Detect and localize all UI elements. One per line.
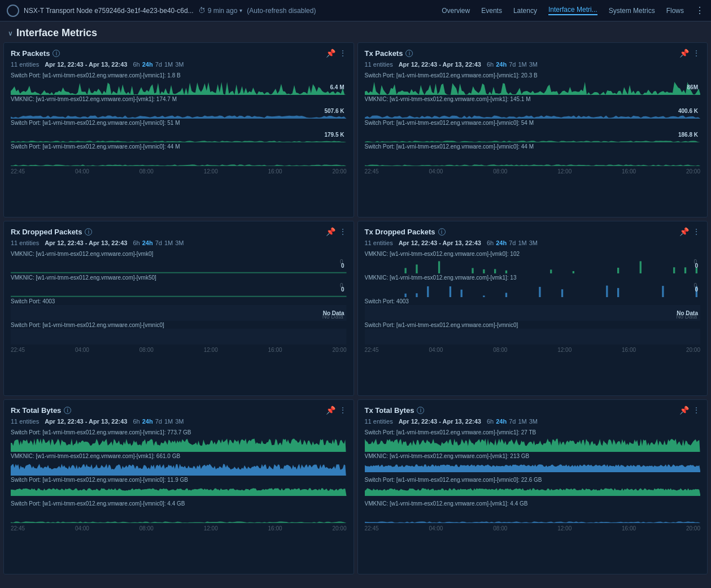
info-icon[interactable]: i <box>405 50 413 57</box>
svg-rect-5 <box>416 264 417 273</box>
series-value-0: 0 <box>341 263 344 269</box>
time-filter-7d[interactable]: 7d <box>155 61 162 68</box>
nav-link-interface-metrics[interactable]: Interface Metri... <box>548 6 597 15</box>
time-ago-label[interactable]: 9 min ago <box>208 7 238 15</box>
time-filter-24h[interactable]: 24h <box>496 239 507 246</box>
time-filter-3M[interactable]: 3M <box>529 418 538 425</box>
time-filter-24h[interactable]: 24h <box>496 418 507 425</box>
pin-icon[interactable]: 📌 <box>326 227 335 236</box>
time-filter-6h[interactable]: 6h <box>487 239 494 246</box>
info-icon[interactable]: i <box>85 228 92 236</box>
nav-link-flows[interactable]: Flows <box>666 7 684 15</box>
axis-label: 08:00 <box>139 168 154 175</box>
time-filter-6h[interactable]: 6h <box>133 418 140 425</box>
collapse-chevron-icon[interactable]: ∨ <box>8 29 13 37</box>
time-filter-1M[interactable]: 1M <box>518 418 526 425</box>
series-label-2: Switch Port: [w1-vrni-tmm-esx012.eng.vmw… <box>11 120 313 126</box>
axis-label: 20:00 <box>686 525 700 532</box>
series-label-3: VMKNIC: [w1-vrni-tmm-esx012.eng.vmware.c… <box>365 500 667 507</box>
series-label-3: Switch Port: [w1-vrni-tmm-esx012.eng.vmw… <box>11 322 313 328</box>
time-filter-6h[interactable]: 6h <box>487 61 494 68</box>
time-filter-6h[interactable]: 6h <box>133 239 140 246</box>
nav-link-overview[interactable]: Overview <box>442 7 470 15</box>
info-icon[interactable]: i <box>438 228 446 236</box>
time-filter-3M[interactable]: 3M <box>175 61 184 68</box>
axis-label: 04:00 <box>429 168 443 175</box>
chart-area: Switch Port: [w1-vrni-tmm-esx012.eng.vmw… <box>365 429 701 523</box>
pin-icon[interactable]: 📌 <box>326 406 335 415</box>
time-filter-1M[interactable]: 1M <box>518 239 526 246</box>
entities-row: 11 entities Apr 12, 22:43 - Apr 13, 22:4… <box>11 418 347 425</box>
auto-refresh-label: (Auto-refresh disabled) <box>247 7 316 15</box>
entities-count: 11 entities <box>11 61 39 68</box>
card-header: Rx Packets i 📌 ⋮ <box>11 49 347 58</box>
svg-rect-12 <box>572 271 574 273</box>
card-actions: 📌 ⋮ <box>326 49 347 58</box>
axis-label: 22:45 <box>11 168 25 175</box>
series-label-0: Switch Port: [w1-vrni-tmm-esx012.eng.vmw… <box>365 72 667 79</box>
chart-area: Switch Port: [w1-vrni-tmm-esx012.eng.vmw… <box>11 429 347 523</box>
card-title: Tx Packets <box>365 49 403 58</box>
chart-area: VMKNIC: [w1-vrni-tmm-esx012.eng.vmware.c… <box>365 251 701 345</box>
time-filter-3M[interactable]: 3M <box>175 418 184 425</box>
nav-link-events[interactable]: Events <box>481 7 502 15</box>
time-filter-3M[interactable]: 3M <box>529 239 538 246</box>
pin-icon[interactable]: 📌 <box>326 49 335 58</box>
chevron-down-icon: ▾ <box>239 7 242 14</box>
card-more-icon[interactable]: ⋮ <box>339 406 347 415</box>
pin-icon[interactable]: 📌 <box>679 227 689 236</box>
axis-label: 22:45 <box>11 347 25 353</box>
time-filter-7d[interactable]: 7d <box>509 239 516 246</box>
pin-icon[interactable]: 📌 <box>679 49 689 58</box>
card-more-icon[interactable]: ⋮ <box>692 406 700 415</box>
info-icon[interactable]: i <box>417 407 424 414</box>
time-filter-7d[interactable]: 7d <box>509 61 516 68</box>
card-more-icon[interactable]: ⋮ <box>692 227 700 236</box>
time-filter-24h[interactable]: 24h <box>142 418 153 425</box>
series-row-0: Switch Port: [w1-vrni-tmm-esx012.eng.vmw… <box>11 72 347 95</box>
time-filter-24h[interactable]: 24h <box>142 239 153 246</box>
series-bar-3 <box>365 507 701 523</box>
time-filter-6h[interactable]: 6h <box>487 418 494 425</box>
time-filter-24h[interactable]: 24h <box>496 61 507 68</box>
time-filter-1M[interactable]: 1M <box>164 418 173 425</box>
card-more-icon[interactable]: ⋮ <box>339 49 347 58</box>
series-label-1: VMKNIC: [w1-vrni-tmm-esx012.eng.vmware.c… <box>365 453 667 459</box>
time-filters: 6h24h7d1M3M <box>487 239 538 246</box>
info-icon[interactable]: i <box>64 407 71 414</box>
svg-rect-25 <box>539 287 540 297</box>
axis-label: 08:00 <box>493 168 507 175</box>
series-bar-3 <box>11 150 347 166</box>
axis-label: 08:00 <box>493 525 507 532</box>
pin-icon[interactable]: 📌 <box>679 406 689 415</box>
time-filter-24h[interactable]: 24h <box>142 61 153 68</box>
entities-count: 11 entities <box>365 239 393 246</box>
series-bar-0: 86M <box>365 79 701 95</box>
time-filter-1M[interactable]: 1M <box>518 61 526 68</box>
time-filter-3M[interactable]: 3M <box>529 61 538 68</box>
axis-label: 20:00 <box>686 347 700 353</box>
time-filter-7d[interactable]: 7d <box>509 418 516 425</box>
series-bar-2: 186.8 K <box>365 127 701 142</box>
time-filter-1M[interactable]: 1M <box>164 61 173 68</box>
svg-rect-11 <box>550 269 552 273</box>
series-value-1: 0 <box>695 286 698 293</box>
nav-more-icon[interactable]: ⋮ <box>695 5 704 16</box>
chart-area: VMKNIC: [w1-vrni-tmm-esx012.eng.vmware.c… <box>11 251 347 345</box>
card-more-icon[interactable]: ⋮ <box>339 227 347 236</box>
svg-rect-22 <box>460 290 462 297</box>
card-more-icon[interactable]: ⋮ <box>692 49 700 58</box>
time-filter-3M[interactable]: 3M <box>175 239 184 246</box>
time-filter-1M[interactable]: 1M <box>164 239 173 246</box>
series-value-0: 86M <box>687 84 698 90</box>
date-range: Apr 12, 22:43 - Apr 13, 22:43 <box>45 239 127 246</box>
svg-rect-8 <box>483 269 485 273</box>
info-icon[interactable]: i <box>53 50 60 57</box>
card-rx-packets: Rx Packets i 📌 ⋮ 11 entities Apr 12, 22:… <box>3 42 354 217</box>
metrics-grid: Rx Packets i 📌 ⋮ 11 entities Apr 12, 22:… <box>0 42 711 578</box>
nav-link-system-metrics[interactable]: System Metrics <box>609 7 655 15</box>
time-filter-7d[interactable]: 7d <box>155 418 162 425</box>
time-filter-6h[interactable]: 6h <box>133 61 140 68</box>
nav-link-latency[interactable]: Latency <box>513 7 537 15</box>
time-filter-7d[interactable]: 7d <box>155 239 162 246</box>
